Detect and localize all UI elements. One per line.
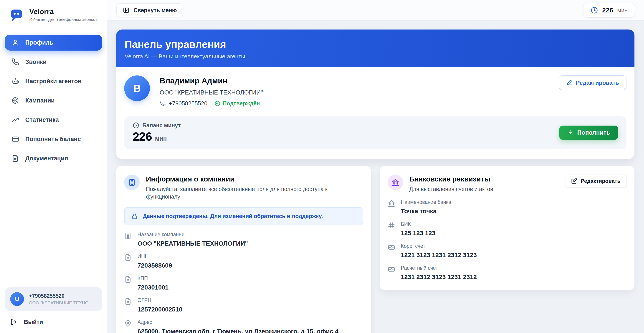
dashboard-card: Панель управления Velorra AI — Ваши инте… [116,30,634,159]
document-icon [124,254,132,261]
field-value: ООО "КРЕАТИВНЫЕ ТЕХНОЛОГИИ" [138,240,248,248]
balance-label-row: Баланс минут [132,122,181,129]
profile-avatar: В [124,75,150,101]
minutes-unit: мин [617,7,628,14]
sidebar-item-agent-settings[interactable]: Настройки агентов [5,73,102,89]
profile-info: Владимир Админ ООО "КРЕАТИВНЫЕ ТЕХНОЛОГИ… [160,75,263,107]
building-icon [124,232,132,240]
logout-label: Выйти [24,318,43,325]
phone-icon [160,101,166,107]
field-label: БИК [401,221,436,227]
logout-button[interactable]: Выйти [5,311,102,327]
sidebar: Velorra ИИ-агент для телефонных звонков … [0,0,107,333]
sidebar-item-label: Настройки агентов [25,78,82,85]
field-text: Адрес625000, Тюменская обл, г Тюмень, ул… [138,319,338,333]
bank-card-subtitle: Для выставления счетов и актов [409,185,493,193]
sidebar-item-label: Кампании [25,97,55,104]
field-text: ИНН7203588609 [138,253,172,269]
balance-value: 226 [132,130,152,143]
verified-label: Подтверждён [223,100,260,107]
top-up-button[interactable]: Пополнить [559,126,618,140]
company-card-icon-circle [124,175,140,190]
field-value: 720301001 [138,283,168,291]
check-circle-icon [214,101,220,107]
page-subtitle: Velorra AI — Ваши интеллектуальные агент… [125,53,626,60]
field-label: Адрес [138,319,338,325]
edit-profile-button[interactable]: Редактировать [558,75,626,90]
bank-card-titles: Банковские реквизиты Для выставления сче… [409,175,493,193]
field-text: БИК125 123 123 [401,221,436,237]
balance-unit: мин [155,135,167,142]
edit-bank-details-button[interactable]: Редактировать [565,175,626,187]
collapse-menu-button[interactable]: Свернуть меню [116,3,183,17]
main-area: Свернуть меню 226 мин Панель управления … [107,0,644,333]
bank-card-title: Банковские реквизиты [409,175,493,183]
sidebar-user-card[interactable]: U +79058255520 ООО "КРЕАТИВНЫЕ ТЕХНОЛО..… [5,287,102,311]
company-info-card: Информация о компании Пожалуйста, заполн… [116,166,371,333]
info-field: Корр. счет1221 3123 1231 2312 3123 [388,243,627,259]
lightning-bolt-icon [567,130,573,136]
bank-icon [388,200,395,207]
trending-up-icon [12,116,19,124]
profile-row: В Владимир Админ ООО "КРЕАТИВНЫЕ ТЕХНОЛО… [124,75,626,107]
info-field: БИК125 123 123 [388,221,627,237]
sidebar-menu: ПрофильЗвонкиНастройки агентовКампанииСт… [0,29,107,166]
info-field: Адрес625000, Тюменская обл, г Тюмень, ул… [124,319,363,333]
verified-data-notice: Данные подтверждены. Для изменений обрат… [124,207,363,225]
banknote-icon [388,244,395,251]
user-company: ООО "КРЕАТИВНЫЕ ТЕХНОЛО... [29,300,95,305]
topbar: Свернуть меню 226 мин [107,0,644,21]
profile-phone-row: +79058255520 Подтверждён [160,100,263,107]
sidebar-item-campaigns[interactable]: Кампании [5,93,102,109]
sidebar-item-statistics[interactable]: Статистика [5,112,102,128]
sidebar-item-profile[interactable]: Профиль [5,35,102,51]
bank-fields: Наименование банкаТочка точкаБИК125 123 … [388,199,627,281]
field-label: Название компании [138,232,248,238]
balance-panel: Баланс минут 226 мин Пополнить [124,116,626,149]
info-field: ИНН7203588609 [124,253,363,269]
user-icon [12,39,19,46]
profile-company: ООО "КРЕАТИВНЫЕ ТЕХНОЛОГИИ" [160,89,263,96]
profile-name: Владимир Админ [160,76,263,85]
edit-profile-label: Редактировать [576,79,619,86]
field-label: Наименование банка [401,199,451,205]
field-text: ОГРН1257200002510 [138,297,182,313]
sidebar-item-documentation[interactable]: Документация [5,150,102,166]
sidebar-item-label: Пополнить баланс [25,136,81,143]
bank-card-icon-circle [388,175,403,190]
company-card-subtitle: Пожалуйста, заполните все обязательные п… [146,185,363,201]
bank-icon [392,178,400,186]
sidebar-item-label: Документация [25,155,68,162]
verified-data-notice-text: Данные подтверждены. Для изменений обрат… [143,213,323,219]
company-card-title: Информация о компании [146,175,363,183]
sidebar-item-calls[interactable]: Звонки [5,54,102,70]
field-label: Корр. счет [401,243,477,249]
document-icon [124,298,132,305]
company-card-titles: Информация о компании Пожалуйста, заполн… [146,175,363,201]
field-value: 1231 2312 3123 1231 2312 [401,273,477,281]
field-value: 125 123 123 [401,229,436,237]
content: Панель управления Velorra AI — Ваши инте… [107,21,644,333]
banknote-icon [388,265,395,273]
field-text: Корр. счет1221 3123 1231 2312 3123 [401,243,477,259]
field-value: 7203588609 [138,261,172,269]
balance-label: Баланс минут [142,122,181,129]
profile-phone: +79058255520 [169,100,207,107]
user-avatar: U [10,292,24,306]
field-text: Расчетный счет1231 2312 3123 1231 2312 [401,265,477,281]
field-label: КПП [138,275,168,281]
user-phone: +79058255520 [29,293,95,299]
user-meta: +79058255520 ООО "КРЕАТИВНЫЕ ТЕХНОЛО... [29,293,95,305]
sidebar-item-top-up[interactable]: Пополнить баланс [5,131,102,147]
minutes-value: 226 [602,7,613,14]
bank-details-card: Банковские реквизиты Для выставления сче… [380,166,635,290]
info-field: Расчетный счет1231 2312 3123 1231 2312 [388,265,627,281]
logout-icon [10,318,17,325]
balance-value-row: 226 мин [132,130,181,143]
field-value: 1257200002510 [138,305,182,313]
info-field: Наименование банкаТочка точка [388,199,627,215]
credit-card-icon [12,135,19,143]
pencil-square-icon [571,178,577,184]
field-label: Расчетный счет [401,265,477,271]
document-icon [124,276,132,283]
